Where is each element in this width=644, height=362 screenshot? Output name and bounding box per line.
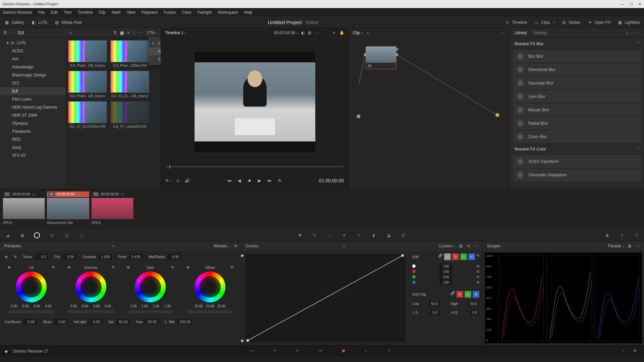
maximize-icon[interactable]: ▢ [630,2,633,6]
tree-item[interactable]: Astrodesign [0,63,65,71]
menu-playback[interactable]: Playback [141,10,158,15]
adjustment-slider[interactable]: Contrast1.000 [82,254,112,259]
curve-channel-y[interactable]: Y [444,253,451,260]
library-item[interactable]: Box Blur [513,50,641,62]
nav-back-icon[interactable]: ‹ [10,31,11,35]
menu-app[interactable]: DaVinci Resolve [3,10,32,15]
clip-thumbnail[interactable]: 0100:00:00:00V1JPEG [3,191,45,227]
wheel-value[interactable]: 1.00 [151,304,161,308]
adjustment-slider[interactable]: Pivot0.435 [118,254,142,259]
menu-clip[interactable]: Clip [99,10,106,15]
viewer-options-icon[interactable] [315,30,319,36]
nodes-mode-selector[interactable]: Clip [353,31,363,35]
wheel-value[interactable]: 0.00 [103,304,113,308]
wheel-value[interactable]: 25.00 [205,304,215,308]
curves-expand-icon[interactable]: ⊞ [459,244,463,248]
tab-settings[interactable]: Settings [533,31,547,35]
library-item[interactable]: Gaussian Blur [513,77,641,89]
play-button[interactable]: ▶ [257,178,262,183]
tree-item[interactable]: DCI [0,79,65,87]
wheel-value[interactable]: 1.00 [128,304,138,308]
options-icon[interactable] [139,30,143,36]
slider-value[interactable]: 0.0 [35,254,48,259]
tree-item[interactable]: Panasonic [0,127,65,135]
last-frame-button[interactable]: ⏭ [267,178,272,183]
wheel-value[interactable]: 0.00 [92,304,101,308]
window-icon[interactable]: ○ [326,232,333,239]
lut-thumbnail[interactable]: DJI_X5_DL...GB_Improv [110,71,149,98]
viewer-scrubber[interactable] [161,166,348,172]
record-timecode[interactable]: 00:00:04:59 [274,31,298,35]
library-item[interactable]: Directional Blur [513,64,641,76]
unmix-icon[interactable]: ◇ [175,178,180,183]
context-menu-item[interactable]: ✓Live Preview [149,39,161,47]
menu-fusion[interactable]: Fusion [164,10,176,15]
curve-black-handle-icon[interactable]: ▶ [241,338,244,343]
primaries-reset-icon[interactable]: ⟲ [234,244,237,248]
wheel-picker-icon[interactable]: ⊕ [127,265,130,269]
curves-icon[interactable]: ⟋ [282,232,288,239]
hdr-wheels-icon[interactable]: ◎ [48,232,55,239]
tracker-icon[interactable]: ✦ [341,232,347,239]
page-cut-icon[interactable]: ✂ [273,348,279,354]
rgb-mixer-icon[interactable]: ◫ [63,232,70,239]
color-wheel[interactable] [16,272,47,302]
timeline-selector[interactable]: Timeline 1 [165,31,186,35]
scopes-toggle-icon[interactable]: ⦀ [619,232,625,239]
channel-dot-icon[interactable] [412,264,416,268]
split-icon[interactable]: ⊞ [308,31,311,35]
sizing-icon[interactable]: ⊡ [400,232,407,239]
sidebar-toggle-icon[interactable]: ☰ [3,31,7,35]
library-item[interactable]: ACES Transform [513,156,641,168]
awb-icon[interactable]: ✎ [14,255,17,259]
color-wheel[interactable] [135,272,166,302]
collapse-icon[interactable]: ˄ [637,147,639,152]
wheel-value[interactable]: 1.00 [140,304,149,308]
curve-link-icon[interactable]: 🔗 [438,253,443,260]
wheel-value[interactable]: 0.00 [69,304,78,308]
library-section-header[interactable]: Resolve FX Color˄ [513,144,641,154]
project-settings-icon[interactable]: ⚙ [633,348,639,354]
node-input-port-icon[interactable] [364,53,367,56]
openfx-button[interactable]: ✦Open FX [587,20,611,25]
magic-mask-icon[interactable]: ✧ [356,232,362,239]
adjustment-slider[interactable]: Hue50.00 [136,319,159,324]
library-search-icon[interactable]: ⌕ [626,31,629,35]
wheel-reset-icon[interactable]: ⟲ [171,265,174,269]
curves-options-icon[interactable] [474,243,479,249]
softclip-high-value[interactable]: 50.0 [468,301,479,306]
wheel-jog[interactable] [186,310,233,313]
wheel-value[interactable]: 0.00 [44,304,53,308]
play-reverse-button[interactable]: ◀ [237,178,242,183]
adjustment-slider[interactable]: Col Boost0.00 [5,319,37,324]
slider-value[interactable]: 0.00 [89,319,102,324]
channel-reset-icon[interactable]: ⟲ [476,269,479,274]
lut-thumbnail[interactable]: DJI_Phant...GB_Improv [68,71,107,98]
menu-workspace[interactable]: Workspace [218,10,238,15]
graph-output-icon[interactable] [496,113,499,117]
softclip-low-value[interactable]: 50.0 [429,301,440,306]
adjustment-slider[interactable]: Tint0.00 [54,254,76,259]
context-menu-item[interactable]: Change PowerGrades Path... [149,55,161,63]
softclip-ls-value[interactable]: 0.0 [430,310,439,315]
pointer-icon[interactable]: ↖ [333,31,336,35]
channel-reset-icon[interactable]: ⟲ [476,275,479,279]
softclip-channel-g[interactable]: G [465,291,471,298]
color-warper-icon[interactable]: ✱ [297,232,303,239]
lut-thumbnail[interactable]: DJI_X7_DLOG2Rec709 [68,101,107,128]
camera-raw-icon[interactable]: ◢ [4,232,11,239]
channel-intensity-value[interactable]: 100 [439,269,452,274]
curve-channel-g[interactable]: G [460,253,467,260]
channel-dot-icon[interactable] [412,281,416,284]
page-fusion-icon[interactable]: ∞ [319,348,325,354]
keyframe-icon[interactable]: ◆ [604,232,610,239]
page-deliver-icon[interactable]: ⇪ [387,348,393,354]
menu-color[interactable]: Color [182,10,192,15]
wheel-value[interactable]: 0.00 [21,304,30,308]
wheel-value[interactable]: 0.00 [32,304,42,308]
info-icon[interactable]: ⓘ [633,232,640,239]
library-item[interactable]: Zoom Blur [513,131,641,143]
grid-view-icon[interactable]: ▦ [120,31,124,35]
key-icon[interactable]: ◪ [385,232,392,239]
timeline-button[interactable]: ≡Timeline [504,20,527,25]
